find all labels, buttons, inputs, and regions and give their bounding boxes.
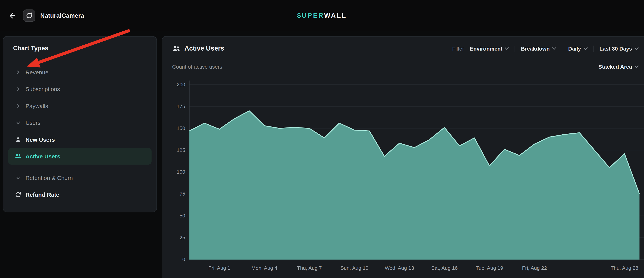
- sidebar-list: Revenue Subscriptions Paywalls Users: [3, 58, 156, 203]
- date-range-dropdown[interactable]: Last 30 Days: [599, 45, 638, 51]
- sidebar-item-retention-churn[interactable]: Retention & Churn: [8, 169, 152, 186]
- svg-text:50: 50: [180, 213, 185, 219]
- sidebar-item-revenue[interactable]: Revenue: [8, 64, 152, 81]
- breakdown-dropdown-label: Breakdown: [521, 45, 550, 51]
- people-icon: [172, 45, 180, 52]
- main-header: Active Users Filter Environment Breakdow…: [162, 36, 644, 60]
- sidebar-item-paywalls[interactable]: Paywalls: [8, 97, 152, 114]
- sidebar-item-label: Paywalls: [26, 102, 48, 109]
- sidebar-item-label: Retention & Churn: [26, 174, 73, 181]
- active-users-panel: Active Users Filter Environment Breakdow…: [162, 36, 644, 278]
- svg-text:25: 25: [180, 235, 185, 241]
- chart-types-sidebar: Chart Types Revenue Subscriptions Paywal…: [3, 36, 157, 212]
- svg-text:175: 175: [176, 103, 185, 109]
- superwall-logo: $UPERWALL: [297, 12, 347, 19]
- sidebar-title: Chart Types: [3, 36, 156, 58]
- breakdown-dropdown[interactable]: Breakdown: [521, 45, 556, 51]
- svg-text:Thu, Aug 7: Thu, Aug 7: [297, 265, 322, 271]
- sidebar-item-label: Users: [26, 119, 40, 126]
- svg-text:0: 0: [182, 257, 185, 262]
- main-title-wrap: Active Users: [172, 45, 224, 52]
- environment-dropdown[interactable]: Environment: [470, 45, 509, 51]
- svg-text:Sun, Aug 10: Sun, Aug 10: [340, 265, 368, 271]
- chevron-right-icon: [15, 102, 21, 109]
- chevron-down-icon: [552, 47, 556, 50]
- chart-type-dropdown[interactable]: Stacked Area: [598, 63, 638, 70]
- refresh-icon: [15, 191, 21, 198]
- sidebar-item-label: Revenue: [26, 69, 48, 75]
- svg-text:Wed, Aug 13: Wed, Aug 13: [385, 265, 414, 271]
- header-divider: [562, 45, 562, 51]
- sidebar-item-new-users[interactable]: New Users: [8, 131, 152, 148]
- svg-text:Thu, Aug 28: Thu, Aug 28: [611, 265, 638, 271]
- header-divider: [515, 45, 515, 51]
- arrow-left-icon: [7, 11, 16, 20]
- svg-text:75: 75: [180, 191, 185, 197]
- svg-text:200: 200: [176, 82, 185, 87]
- chart-type-label: Stacked Area: [598, 63, 632, 70]
- back-button[interactable]: [6, 9, 17, 21]
- sidebar-item-active-users[interactable]: Active Users: [8, 148, 152, 165]
- sidebar-item-label: New Users: [26, 136, 55, 143]
- app-name: NaturalCamera: [40, 12, 84, 19]
- chevron-down-icon: [584, 47, 588, 50]
- sidebar-item-subscriptions[interactable]: Subscriptions: [8, 81, 152, 97]
- person-icon: [15, 136, 21, 143]
- sidebar-item-label: Active Users: [26, 153, 60, 160]
- chevron-down-icon: [15, 119, 21, 126]
- logo-primary: $UPER: [297, 12, 324, 19]
- svg-text:Mon, Aug 4: Mon, Aug 4: [252, 265, 277, 271]
- logo-secondary: WALL: [324, 12, 347, 19]
- chevron-right-icon: [15, 86, 21, 92]
- svg-text:Fri, Aug 22: Fri, Aug 22: [522, 265, 547, 271]
- camera-app-icon: [23, 9, 36, 21]
- chevron-down-icon: [15, 174, 21, 181]
- people-icon: [15, 153, 21, 160]
- top-bar: NaturalCamera $UPERWALL: [0, 0, 644, 31]
- svg-text:Sat, Aug 16: Sat, Aug 16: [431, 265, 458, 271]
- svg-text:Tue, Aug 19: Tue, Aug 19: [476, 265, 503, 271]
- interval-dropdown[interactable]: Daily: [568, 45, 588, 51]
- sidebar-item-users[interactable]: Users: [8, 114, 152, 131]
- interval-dropdown-label: Daily: [568, 45, 581, 51]
- chart-sub-header: Count of active users Stacked Area: [172, 62, 639, 71]
- chevron-down-icon: [634, 47, 638, 50]
- header-controls: Filter Environment Breakdown Daily La: [452, 45, 638, 51]
- sidebar-item-label: Refund Rate: [26, 191, 59, 198]
- sidebar-item-refund-rate[interactable]: Refund Rate: [8, 186, 152, 203]
- chevron-down-icon: [505, 47, 509, 50]
- page-title: Active Users: [184, 45, 224, 52]
- environment-dropdown-label: Environment: [470, 45, 502, 51]
- svg-text:Fri, Aug 1: Fri, Aug 1: [208, 265, 230, 271]
- date-range-dropdown-label: Last 30 Days: [599, 45, 632, 51]
- header-divider: [593, 45, 594, 51]
- app-window: NaturalCamera $UPERWALL Chart Types Reve…: [0, 0, 644, 278]
- filter-label: Filter: [452, 45, 464, 51]
- chevron-right-icon: [15, 69, 21, 75]
- active-users-area-chart: 0255075100125150175200Fri, Aug 1Mon, Aug…: [162, 75, 644, 278]
- svg-text:125: 125: [176, 147, 185, 153]
- svg-text:150: 150: [176, 125, 185, 131]
- chevron-down-icon: [634, 65, 638, 68]
- sidebar-item-label: Subscriptions: [26, 86, 60, 92]
- svg-text:100: 100: [176, 169, 185, 175]
- chart-subtitle: Count of active users: [172, 63, 222, 70]
